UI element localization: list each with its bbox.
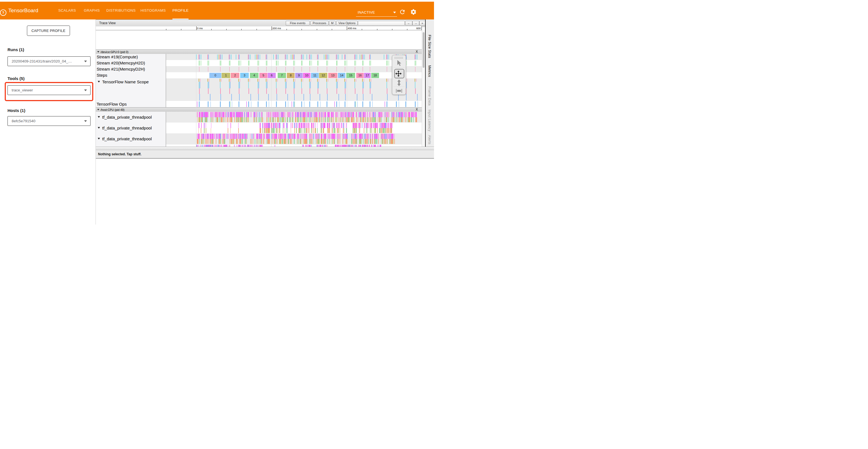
runs-dropdown[interactable]: 20200409-231431/train/2020_04_…: [7, 56, 91, 66]
trace-mark: [214, 112, 215, 117]
next-button[interactable]: →: [412, 21, 419, 26]
tab-graphs[interactable]: GRAPHS: [84, 2, 100, 19]
trace-mark: [199, 101, 199, 107]
trace-mark: [222, 117, 222, 122]
trace-mark: [247, 139, 247, 144]
pan-tool[interactable]: [394, 69, 404, 78]
refresh-icon[interactable]: [399, 9, 406, 16]
tab-scalars[interactable]: SCALARS: [58, 2, 76, 19]
tab-profile[interactable]: PROFILE: [173, 2, 189, 20]
trace-mark: [300, 117, 301, 122]
toolbar-processes[interactable]: Processes: [310, 21, 329, 26]
hosts-dropdown[interactable]: 8efc5e791540: [7, 116, 91, 126]
toolbar-flow-events[interactable]: Flow events: [286, 21, 310, 26]
step-block[interactable]: 11: [311, 73, 319, 78]
toolbar-m[interactable]: M: [329, 21, 335, 26]
trace-rows-area[interactable]: /device:GPU:0 (pid 0)XStream #19(Compute…: [96, 30, 434, 147]
trace-mark: [202, 145, 203, 147]
prev-button[interactable]: ←: [405, 21, 412, 26]
trace-mark: [257, 55, 258, 59]
cpu-section-header-close-button[interactable]: X: [416, 108, 418, 112]
trace-mark: [259, 79, 259, 82]
trace-mark: [359, 128, 360, 133]
trace-mark: [273, 139, 273, 144]
collapse-caret-icon[interactable]: [97, 51, 99, 53]
tab-distributions[interactable]: DISTRIBUTIONS: [106, 2, 136, 19]
trace-mark: [271, 133, 272, 139]
gpu-section-header-close-button[interactable]: X: [416, 50, 418, 54]
trace-mark: [265, 128, 265, 133]
trace-mark: [214, 133, 215, 139]
help-icon[interactable]: ?: [0, 9, 6, 16]
step-block[interactable]: 10: [303, 73, 310, 78]
tab-histograms[interactable]: HISTOGRAMS: [141, 2, 166, 19]
step-block[interactable]: 13: [328, 73, 337, 78]
trace-mark: [253, 133, 253, 139]
trace-mark: [366, 123, 367, 128]
step-block[interactable]: 0: [209, 73, 221, 78]
timing-tool[interactable]: [392, 88, 406, 94]
trace-mark: [370, 67, 370, 72]
capture-profile-button[interactable]: CAPTURE PROFILE: [27, 26, 70, 36]
settings-icon[interactable]: [410, 9, 417, 16]
trace-mark: [327, 123, 328, 128]
row-caret-icon[interactable]: [98, 116, 100, 118]
toolbar-view-options[interactable]: View Options: [336, 21, 358, 26]
trace-mark: [237, 112, 238, 117]
trace-mark: [344, 128, 345, 133]
trace-mark: [338, 128, 338, 133]
zoom-tool-palette[interactable]: [392, 55, 406, 95]
trace-mark: [417, 101, 418, 107]
step-block[interactable]: 17: [364, 73, 371, 78]
vertical-zoom-tool[interactable]: [392, 79, 406, 87]
stream20-track[interactable]: [166, 60, 422, 66]
trace-mark: [361, 145, 361, 147]
analysis-tab-frame-data[interactable]: Frame Data: [428, 86, 432, 106]
step-block[interactable]: 6: [268, 73, 276, 78]
row-caret-icon[interactable]: [98, 81, 100, 83]
step-block[interactable]: 18: [371, 73, 379, 78]
step-block[interactable]: 8: [287, 73, 294, 78]
tools-dropdown[interactable]: trace_viewer: [7, 85, 91, 95]
step-block[interactable]: 14: [338, 73, 345, 78]
select-tool[interactable]: [392, 59, 406, 67]
step-block[interactable]: 4: [250, 73, 258, 78]
step-block[interactable]: 1: [222, 73, 230, 78]
trace-mark: [279, 128, 280, 133]
more-button[interactable]: »: [419, 21, 425, 26]
trace-mark: [355, 133, 355, 139]
trace-mark: [262, 112, 263, 117]
trace-mark: [250, 55, 251, 59]
filter-input[interactable]: [358, 21, 405, 26]
trace-mark: [386, 133, 386, 139]
step-block[interactable]: 2: [231, 73, 239, 78]
collapse-caret-icon[interactable]: [97, 109, 99, 110]
step-block[interactable]: 9: [295, 73, 303, 78]
analysis-tab-file-size-stats[interactable]: File Size Stats: [428, 35, 432, 58]
trace-mark: [207, 139, 208, 144]
trace-mark: [209, 145, 209, 147]
step-block[interactable]: 16: [356, 73, 364, 78]
step-block[interactable]: 7: [278, 73, 286, 78]
trace-mark: [272, 123, 272, 128]
trace-mark: [406, 61, 407, 66]
vertical-scrollbar-thumb[interactable]: [423, 32, 425, 68]
palette-drag-handle[interactable]: [395, 56, 403, 59]
step-block[interactable]: 12: [319, 73, 328, 78]
step-block[interactable]: 5: [259, 73, 268, 78]
trace-mark: [336, 61, 337, 66]
step-block[interactable]: 15: [346, 73, 355, 78]
vertical-scrollbar[interactable]: [422, 30, 425, 147]
analysis-tab-alerts[interactable]: Alerts: [428, 135, 432, 145]
analysis-tab-metrics[interactable]: Metrics: [428, 65, 432, 77]
trace-mark: [258, 67, 258, 72]
analysis-tab-input-latency[interactable]: Input Latency: [428, 110, 432, 131]
status-dropdown[interactable]: INACTIVE: [356, 9, 397, 17]
trace-mark: [304, 117, 305, 122]
trace-mark: [274, 112, 274, 117]
row-caret-icon[interactable]: [98, 127, 100, 129]
row-caret-icon[interactable]: [98, 138, 100, 140]
trace-mark: [209, 112, 209, 117]
trace-mark: [197, 117, 198, 122]
step-block[interactable]: 3: [240, 73, 249, 78]
